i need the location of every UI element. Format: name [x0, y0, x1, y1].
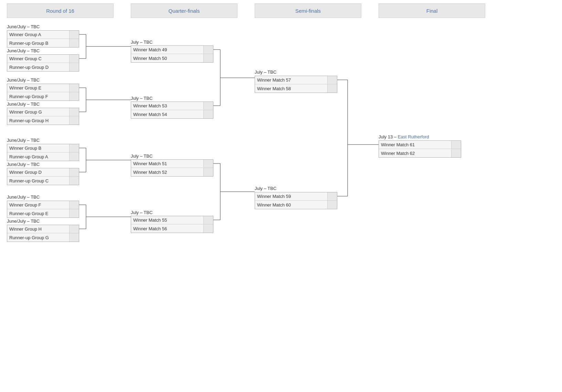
r16-team-3a-name: Winner Group E — [7, 85, 69, 91]
sf-score-2b — [327, 201, 337, 209]
qf-team-3a-name: Winner Match 51 — [131, 160, 203, 167]
qf-date-3: July – TBC — [131, 153, 152, 159]
r16-team-5a: Winner Group B — [7, 144, 79, 152]
r16-team-6a: Winner Group D — [7, 168, 79, 177]
qf-match-4: Winner Match 55 Winner Match 56 — [131, 216, 213, 233]
qf-date-4: July – TBC — [131, 210, 152, 215]
header-r16-label: Round of 16 — [46, 8, 74, 14]
qf-score-3a — [203, 160, 213, 168]
fin-team-1a-name: Winner Match 61 — [379, 141, 451, 148]
r16-team-6b-name: Runner-up Group C — [7, 178, 69, 184]
qf-team-1b: Winner Match 50 — [131, 54, 213, 62]
r16-team-4b: Runner-up Group H — [7, 116, 79, 125]
r16-match-2: Winner Group C Runner-up Group D — [7, 54, 79, 72]
qf-team-4b: Winner Match 56 — [131, 224, 213, 233]
qf-score-1b — [203, 54, 213, 62]
header-qf: Quarter-finals — [131, 3, 237, 18]
r16-match-1: Winner Group A Runner-up Group B — [7, 30, 79, 47]
r16-score-4b — [69, 116, 79, 125]
r16-date-3: June/July – TBC — [7, 77, 40, 83]
qf-match-1: Winner Match 49 Winner Match 50 — [131, 45, 213, 63]
r16-team-2a-name: Winner Group C — [7, 55, 69, 62]
sf-match-1: Winner Match 57 Winner Match 58 — [255, 76, 337, 93]
r16-score-1b — [69, 39, 79, 47]
r16-match-7: Winner Group F Runner-up Group E — [7, 201, 79, 218]
r16-score-2b — [69, 63, 79, 71]
r16-team-1a-name: Winner Group A — [7, 31, 69, 38]
qf-match-3: Winner Match 51 Winner Match 52 — [131, 159, 213, 177]
r16-score-7a — [69, 201, 79, 209]
qf-team-4b-name: Winner Match 56 — [131, 225, 203, 232]
fin-venue: East Rutherford — [398, 134, 429, 139]
header-fin: Final — [379, 3, 485, 18]
sf-match-2: Winner Match 59 Winner Match 60 — [255, 192, 337, 209]
fin-team-1b: Winner Match 62 — [379, 149, 461, 157]
r16-score-8b — [69, 233, 79, 242]
qf-date-1: July – TBC — [131, 40, 152, 45]
r16-score-8a — [69, 225, 79, 233]
sf-team-1b-name: Winner Match 58 — [255, 85, 327, 92]
header-r16: Round of 16 — [7, 3, 114, 18]
qf-team-1a: Winner Match 49 — [131, 46, 213, 54]
sf-team-2b: Winner Match 60 — [255, 201, 337, 209]
sf-score-2a — [327, 192, 337, 200]
qf-team-3a: Winner Match 51 — [131, 160, 213, 168]
qf-team-1a-name: Winner Match 49 — [131, 46, 203, 53]
r16-score-6a — [69, 168, 79, 176]
qf-team-3b-name: Winner Match 52 — [131, 169, 203, 176]
sf-team-2a: Winner Match 59 — [255, 192, 337, 201]
r16-team-1b: Runner-up Group B — [7, 39, 79, 47]
r16-team-8b: Runner-up Group G — [7, 233, 79, 242]
r16-team-3b-name: Runner-up Group F — [7, 93, 69, 100]
r16-team-2b-name: Runner-up Group D — [7, 64, 69, 71]
r16-date-8: June/July – TBC — [7, 219, 40, 224]
r16-team-5b-name: Runner-up Group A — [7, 153, 69, 160]
r16-score-3a — [69, 84, 79, 92]
r16-team-3b: Runner-up Group F — [7, 92, 79, 100]
r16-team-8a: Winner Group H — [7, 225, 79, 233]
qf-team-2b-name: Winner Match 54 — [131, 111, 203, 118]
qf-score-2b — [203, 110, 213, 118]
sf-score-1a — [327, 76, 337, 84]
r16-score-3b — [69, 92, 79, 100]
sf-team-2b-name: Winner Match 60 — [255, 202, 327, 208]
r16-team-5b: Runner-up Group A — [7, 152, 79, 161]
r16-date-4: June/July – TBC — [7, 102, 40, 107]
bracket-connectors — [3, 3, 558, 368]
header-qf-label: Quarter-finals — [169, 8, 200, 14]
sf-team-1a-name: Winner Match 57 — [255, 77, 327, 83]
qf-score-1a — [203, 46, 213, 54]
r16-date-6: June/July – TBC — [7, 162, 40, 167]
fin-score-1a — [451, 141, 461, 149]
r16-date-7: June/July – TBC — [7, 194, 40, 200]
sf-date-2: July – TBC — [255, 186, 276, 191]
qf-team-4a-name: Winner Match 55 — [131, 217, 203, 223]
r16-team-1a: Winner Group A — [7, 31, 79, 39]
r16-team-7b: Runner-up Group E — [7, 209, 79, 218]
r16-team-5a-name: Winner Group B — [7, 145, 69, 151]
fin-team-1b-name: Winner Match 62 — [379, 150, 451, 157]
r16-match-3: Winner Group E Runner-up Group F — [7, 84, 79, 101]
fin-team-1a: Winner Match 61 — [379, 141, 461, 149]
qf-team-2b: Winner Match 54 — [131, 110, 213, 118]
r16-score-6b — [69, 177, 79, 185]
qf-team-2a: Winner Match 53 — [131, 102, 213, 110]
header-sf-label: Semi-finals — [295, 8, 321, 14]
r16-date-5: June/July – TBC — [7, 138, 40, 143]
r16-team-2a: Winner Group C — [7, 55, 79, 63]
r16-score-4a — [69, 108, 79, 116]
sf-date-1: July – TBC — [255, 70, 276, 75]
sf-team-1a: Winner Match 57 — [255, 76, 337, 84]
r16-score-5b — [69, 152, 79, 161]
qf-team-2a-name: Winner Match 53 — [131, 103, 203, 109]
header-fin-label: Final — [426, 8, 438, 14]
r16-team-4a-name: Winner Group G — [7, 109, 69, 115]
qf-team-3b: Winner Match 52 — [131, 168, 213, 176]
qf-match-2: Winner Match 53 Winner Match 54 — [131, 102, 213, 119]
r16-team-3a: Winner Group E — [7, 84, 79, 92]
r16-match-8: Winner Group H Runner-up Group G — [7, 225, 79, 242]
r16-match-4: Winner Group G Runner-up Group H — [7, 108, 79, 125]
r16-team-8b-name: Runner-up Group G — [7, 234, 69, 241]
qf-team-4a: Winner Match 55 — [131, 216, 213, 224]
r16-score-2a — [69, 55, 79, 63]
